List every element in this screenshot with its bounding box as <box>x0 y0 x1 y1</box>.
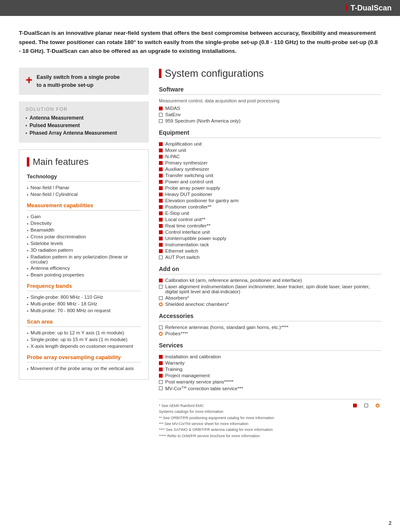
filled-sq-icon <box>159 161 163 165</box>
frequency-title: Frequency bands <box>27 283 141 291</box>
list-item: Absorbers* <box>159 295 381 300</box>
measurement-title: Measurement capabilities <box>27 202 141 211</box>
list-item: Uninterruptible power supply <box>159 236 381 241</box>
main-features-box: Main features Technology • Near-field / … <box>19 149 149 380</box>
intro-text: T-DualScan is an innovative planar near-… <box>19 29 381 56</box>
header-title-text: T-DualScan <box>351 4 392 13</box>
footnotes: * See AEMI/ Rainford EMC Systems catalog… <box>159 399 381 439</box>
fn-line-6: ***** Refer to Orbit/FR service brochure… <box>159 433 340 439</box>
meas-item-5: •Sidelobe levels <box>27 241 141 246</box>
list-item: Primary synthesizer <box>159 160 381 165</box>
solution-item-2-text: Pulsed Measurement <box>30 123 80 128</box>
switch-text: Easily switch from a single probe to a m… <box>36 73 119 89</box>
technology-title: Technology <box>27 173 141 182</box>
switch-box: + Easily switch from a single probe to a… <box>19 68 149 95</box>
bullet-3: • <box>26 131 27 136</box>
sys-config-title-text: System configurations <box>165 68 264 79</box>
filled-sq-icon <box>159 243 163 247</box>
scan-item-2: •Single-probe: up to 15 m Y axis (1 m mo… <box>27 337 141 342</box>
meas-item-9: •Beam pointing properties <box>27 272 141 278</box>
list-item: Positioner controller** <box>159 204 381 209</box>
filled-sq-icon <box>159 211 163 215</box>
legend-filled-icon <box>353 404 357 407</box>
services-list: Installation and calibrationWarrantyTrai… <box>159 354 381 391</box>
bullet-2: • <box>26 123 27 128</box>
probe-array-title: Probe array oversampling capability <box>27 354 141 362</box>
filled-sq-icon <box>159 193 163 196</box>
meas-item-6: •3D radiation pattern <box>27 248 141 253</box>
list-item: Local control unit** <box>159 217 381 222</box>
switch-line2: to a multi-probe set-up <box>36 81 119 89</box>
list-item: N-PAC <box>159 154 381 159</box>
freq-item-1: •Single-probe: 800 MHz - 110 GHz <box>27 295 141 300</box>
filled-sq-icon <box>159 142 163 146</box>
empty-sq-icon <box>159 380 163 384</box>
meas-item-4: •Cross polar discrimination <box>27 234 141 240</box>
two-col-layout: + Easily switch from a single probe to a… <box>19 68 381 439</box>
legend-circle-icon <box>376 404 379 407</box>
filled-sq-icon <box>159 174 163 177</box>
meas-item-8: •Antenna efficiency <box>27 266 141 271</box>
filled-sq-icon <box>159 368 163 371</box>
freq-item-3: •Multi-probe: 70 - 800 MHz on request <box>27 308 141 313</box>
empty-sq-icon <box>159 256 163 259</box>
list-item: Power and control unit <box>159 179 381 184</box>
list-item: MV-Corᵀᴹ correction table service*** <box>159 386 381 391</box>
page-number: 2 <box>389 520 392 526</box>
filled-sq-icon <box>159 361 163 365</box>
addon-section-title: Add on <box>159 266 381 274</box>
sw-item-0: MiDAS <box>159 106 381 111</box>
tech-item-1-text: Near-field / Planar <box>31 185 70 190</box>
software-section-title: Software <box>159 86 381 95</box>
scan-item-1: •Multi-probe: up to 12 m Y axis (1 m mod… <box>27 330 141 336</box>
software-subtitle: Measurement control, data acquisition an… <box>159 98 381 103</box>
main-features-title-text: Main features <box>33 156 88 167</box>
sys-config-title: System configurations <box>159 68 381 79</box>
fn-line-5: **** See SATIMO & ORBIT/FR antenna catal… <box>159 427 340 433</box>
legend-included <box>353 403 358 407</box>
page: I T-DualScan T-DualScan is an innovative… <box>0 0 400 532</box>
sw-item-2: 959 Spectrum (North America only) <box>159 118 381 123</box>
empty-sq-icon <box>159 285 163 289</box>
list-item: Heavy DUT positioner <box>159 192 381 197</box>
header-title: I T-DualScan <box>345 3 392 13</box>
list-item: Transfer switching unit <box>159 173 381 178</box>
list-item: Probe array power supply <box>159 185 381 190</box>
filled-sq-icon <box>159 155 163 159</box>
scan-item-3: •X-axis length depends on customer requi… <box>27 344 141 349</box>
equipment-section-title: Equipment <box>159 129 381 138</box>
filled-sq-icon <box>159 149 163 152</box>
list-item: Calibration kit (arm, reference antenna,… <box>159 278 381 283</box>
sw-item-1: SatEnv <box>159 112 381 117</box>
main-features-title: Main features <box>27 156 141 167</box>
filled-sq-icon <box>159 224 163 228</box>
empty-sq-icon <box>159 119 163 123</box>
filled-sq-icon <box>159 107 163 110</box>
circle-icon <box>159 303 163 306</box>
scan-title: Scan area <box>27 318 141 327</box>
tech-item-2: • Near-field / Cylindrical <box>27 192 141 197</box>
list-item: Warranty <box>159 360 381 365</box>
header-accent: I <box>345 3 348 13</box>
list-item: Project management <box>159 373 381 378</box>
right-column: System configurations Software Measureme… <box>159 68 381 439</box>
list-item: AUT Port switch <box>159 255 381 260</box>
filled-sq-icon <box>159 218 163 222</box>
list-item: Training <box>159 367 381 372</box>
meas-item-7: •Radiation pattern in any polarization (… <box>27 254 141 264</box>
bullet-1: • <box>26 116 27 120</box>
fn-line-1: * See AEMI/ Rainford EMC <box>159 403 340 409</box>
solution-item-3: • Phased Array Antenna Measurement <box>26 130 142 136</box>
legend-required <box>376 403 381 407</box>
red-bar-icon <box>27 157 29 167</box>
filled-sq-icon <box>159 180 163 184</box>
filled-sq-icon <box>159 167 163 171</box>
filled-sq-icon <box>159 199 163 203</box>
footnote-left: * See AEMI/ Rainford EMC Systems catalog… <box>159 403 340 439</box>
addon-list: Calibration kit (arm, reference antenna,… <box>159 278 381 307</box>
list-item: Ethernet switch <box>159 248 381 253</box>
filled-sq-icon <box>159 186 163 190</box>
list-item: Installation and calibration <box>159 354 381 359</box>
meas-item-3: •Beamwidth <box>27 227 141 233</box>
empty-sq-icon <box>159 296 163 300</box>
